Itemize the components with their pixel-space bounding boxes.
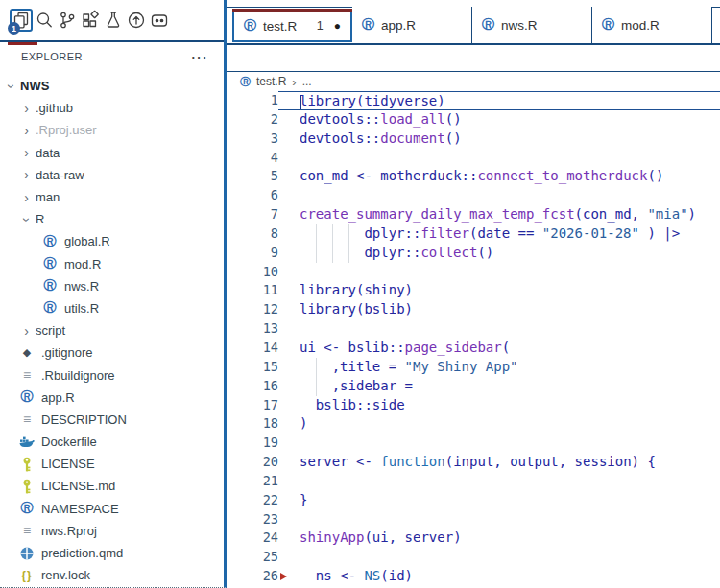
tree-item-renv.lock[interactable]: {}renv.lock	[0, 564, 224, 586]
code-line-content[interactable]	[278, 434, 720, 453]
dirty-indicator-icon[interactable]: ●	[334, 19, 341, 33]
r-logo-icon: Ⓡ	[42, 233, 58, 250]
code-line[interactable]: 5con_md <- motherduck::connect_to_mother…	[227, 167, 720, 186]
tree-item-mod.R[interactable]: Ⓡmod.R	[0, 253, 224, 275]
code-line-content[interactable]: create_summary_daily_max_temp_fcst(con_m…	[278, 205, 720, 224]
tree-item-nws.R[interactable]: Ⓡnws.R	[0, 275, 224, 297]
code-line-content[interactable]: ns <- NS(id)	[278, 567, 720, 586]
code-line-content[interactable]: ui <- bslib::page_sidebar(	[278, 339, 720, 358]
activity-button-chat[interactable]	[148, 9, 171, 32]
code-line[interactable]: 24shinyApp(ui, server)	[227, 529, 720, 548]
code-line[interactable]: 2devtools::load_all()	[227, 110, 720, 129]
tree-item-NWS[interactable]: ›NWS	[0, 75, 224, 97]
code-line[interactable]: 18)	[227, 414, 720, 434]
tree-item-utils.R[interactable]: Ⓡutils.R	[0, 297, 224, 319]
line-number: 11	[227, 281, 278, 300]
line-number: 16	[227, 377, 278, 396]
code-line[interactable]: 26ns <- NS(id)	[227, 567, 720, 586]
code-line[interactable]: 9dplyr::collect()	[227, 244, 720, 263]
code-line[interactable]: 7create_summary_daily_max_temp_fcst(con_…	[227, 205, 720, 224]
code-line-content[interactable]: con_md <- motherduck::connect_to_motherd…	[278, 167, 720, 186]
tree-item-DESCRIPTION[interactable]: ≡DESCRIPTION	[0, 409, 224, 431]
code-line-content[interactable]	[278, 319, 720, 339]
tree-item-LICENSE.md[interactable]: LICENSE.md	[0, 475, 224, 497]
source-control-icon	[57, 10, 78, 31]
code-line[interactable]: 17bslib::side	[227, 396, 720, 415]
explorer-title: EXPLORER	[21, 51, 83, 62]
code-line-content[interactable]	[278, 472, 720, 491]
code-line-content[interactable]: dplyr::collect()	[278, 244, 720, 263]
code-line[interactable]: 20server <- function(input, output, sess…	[227, 453, 720, 472]
tree-item-R[interactable]: ›R	[0, 208, 224, 230]
code-line[interactable]: 11library(shiny)	[227, 281, 720, 300]
code-line[interactable]: 13	[227, 319, 720, 339]
tab-nws.R[interactable]: Ⓡnws.R	[472, 7, 592, 43]
more-actions-button[interactable]: ···	[192, 50, 209, 64]
tree-item-label: script	[36, 323, 65, 338]
code-line-content[interactable]: ,title = "My Shiny App"	[278, 358, 720, 377]
code-line-content[interactable]	[278, 149, 720, 168]
tree-item-.github[interactable]: ›.github	[0, 97, 224, 119]
tree-item-.gitignore[interactable]: ◆.gitignore	[0, 341, 224, 364]
code-line[interactable]: 23	[227, 510, 720, 529]
tab-test.R[interactable]: Ⓡtest.R1●	[232, 10, 352, 42]
tree-item-man[interactable]: ›man	[0, 186, 224, 208]
code-line-content[interactable]	[278, 263, 720, 282]
code-line[interactable]: 1library(tidyverse)	[227, 91, 720, 110]
activity-button-publish[interactable]	[125, 9, 148, 32]
code-line-content[interactable]: server <- function(input, output, sessio…	[278, 453, 720, 472]
tab-problem-count: 1	[317, 19, 324, 33]
tree-item-.Rbuildignore[interactable]: ≡.Rbuildignore	[0, 364, 224, 386]
code-line-content[interactable]: }	[278, 491, 720, 510]
code-line[interactable]: 16,sidebar =	[227, 377, 720, 396]
braces-icon: {}	[19, 569, 35, 582]
code-line[interactable]: 10	[227, 263, 720, 282]
code-line[interactable]: 14ui <- bslib::page_sidebar(	[227, 339, 720, 358]
code-line-content[interactable]	[278, 186, 720, 205]
code-line-content[interactable]: dplyr::filter(date == "2026-01-28" ) |>	[278, 224, 720, 244]
code-line-content[interactable]: devtools::load_all()	[278, 110, 720, 129]
code-line-content[interactable]: )	[278, 414, 720, 434]
activity-button-source-control[interactable]	[56, 9, 79, 32]
tree-item-NAMESPACE[interactable]: ⓇNAMESPACE	[0, 498, 224, 520]
activity-button-extensions[interactable]	[79, 9, 102, 32]
code-line[interactable]: 15,title = "My Shiny App"	[227, 358, 720, 377]
code-line-content[interactable]: devtools::document()	[278, 129, 720, 149]
code-line-content[interactable]: bslib::side	[278, 396, 720, 415]
code-line-content[interactable]: library(bslib)	[278, 300, 720, 319]
code-line[interactable]: 6	[227, 186, 720, 205]
tree-item-nws.Rproj[interactable]: ≡nws.Rproj	[0, 520, 224, 542]
line-number: 18	[227, 414, 278, 434]
tree-item-script[interactable]: ›script	[0, 319, 224, 341]
code-line-content[interactable]: library(tidyverse)	[278, 91, 720, 110]
tree-item-global.R[interactable]: Ⓡglobal.R	[0, 230, 224, 252]
code-line[interactable]: 4	[227, 149, 720, 168]
tab-app.R[interactable]: Ⓡapp.R	[352, 7, 472, 43]
code-line-content[interactable]	[278, 548, 720, 567]
tree-item-Dockerfile[interactable]: Dockerfile	[0, 431, 224, 453]
code-line-content[interactable]	[278, 510, 720, 529]
code-line[interactable]: 8dplyr::filter(date == "2026-01-28" ) |>	[227, 224, 720, 244]
tree-item-LICENSE[interactable]: LICENSE	[0, 453, 224, 475]
activity-button-search[interactable]	[33, 9, 56, 32]
code-line[interactable]: 3devtools::document()	[227, 129, 720, 149]
code-line-content[interactable]: shinyApp(ui, server)	[278, 529, 720, 548]
tree-item-data[interactable]: ›data	[0, 142, 224, 164]
tree-item-data-raw[interactable]: ›data-raw	[0, 164, 224, 186]
tree-item-app.R[interactable]: Ⓡapp.R	[0, 387, 224, 409]
code-line[interactable]: 21	[227, 472, 720, 491]
breadcrumb-more[interactable]: ...	[302, 75, 312, 88]
code-line-content[interactable]: library(shiny)	[278, 281, 720, 300]
breadcrumb-file[interactable]: test.R	[256, 75, 286, 88]
code-line-content[interactable]: ,sidebar =	[278, 377, 720, 396]
tree-item-.Rproj.user[interactable]: ›.Rproj.user	[0, 119, 224, 141]
code-line[interactable]: 19	[227, 434, 720, 453]
activity-button-testing[interactable]	[102, 9, 125, 32]
activity-button-explorer[interactable]: 1	[10, 9, 33, 32]
tab-mod.R[interactable]: Ⓡmod.R	[592, 7, 712, 43]
code-line[interactable]: 22}	[227, 491, 720, 510]
tree-item-prediction.qmd[interactable]: prediction.qmd	[0, 542, 224, 564]
line-number: 24	[227, 529, 278, 548]
code-line[interactable]: 25	[227, 548, 720, 567]
code-line[interactable]: 12library(bslib)	[227, 300, 720, 319]
